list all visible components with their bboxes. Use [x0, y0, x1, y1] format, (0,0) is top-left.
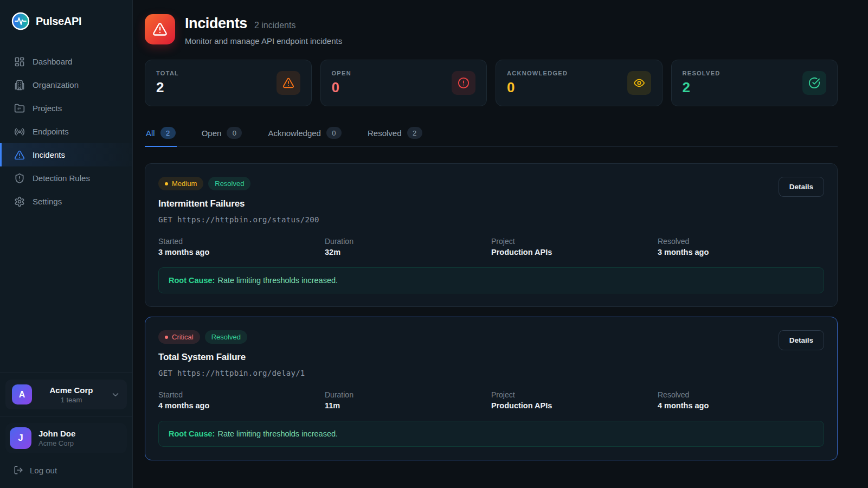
logout-label: Log out: [30, 466, 57, 475]
stat-value: 0: [507, 79, 568, 96]
tab-all[interactable]: All 2: [145, 126, 177, 147]
check-circle-icon: [808, 77, 820, 89]
badge-row: Medium Resolved: [158, 177, 824, 190]
sidebar-item-projects[interactable]: Projects: [0, 97, 132, 120]
meta-value: 32m: [325, 248, 491, 256]
severity-badge: Critical: [158, 330, 200, 344]
meta-duration: Duration 11m: [325, 390, 491, 410]
filter-tabs: All 2 Open 0 Acknowledged 0 Resolved 2: [145, 126, 838, 147]
incident-title: Intermittent Failures: [158, 198, 824, 209]
page-title: Incidents: [185, 15, 247, 32]
root-cause-box: Root Cause:Rate limiting thresholds incr…: [158, 421, 824, 447]
tab-count-badge: 2: [160, 127, 176, 139]
incident-endpoint: GET https://httpbin.org/status/200: [158, 215, 824, 224]
org-info: Acme Corp 1 team: [32, 386, 111, 404]
organization-icon: [14, 80, 25, 91]
tab-label: All: [146, 129, 155, 138]
sidebar-item-label: Detection Rules: [33, 174, 90, 183]
incident-card: Critical Resolved Details Total System F…: [145, 317, 838, 460]
incident-card: Medium Resolved Details Intermittent Fai…: [145, 163, 838, 307]
meta-duration: Duration 32m: [325, 237, 491, 256]
stat-text: ACKNOWLEDGED 0: [507, 70, 568, 96]
sidebar-item-label: Endpoints: [33, 127, 69, 136]
incident-meta: Started 3 months ago Duration 32m Projec…: [158, 237, 824, 256]
meta-value: Production APIs: [491, 248, 658, 256]
main-content: Incidents 2 incidents Monitor and manage…: [133, 0, 868, 488]
meta-resolved: Resolved 4 months ago: [658, 390, 824, 410]
meta-value: 3 months ago: [658, 248, 824, 256]
meta-value: 4 months ago: [658, 401, 824, 410]
stat-card-acknowledged: ACKNOWLEDGED 0: [496, 60, 663, 106]
endpoints-icon: [14, 126, 25, 137]
projects-icon: [14, 103, 25, 114]
severity-dot-icon: [165, 336, 168, 339]
app-title: PulseAPI: [36, 15, 81, 28]
meta-label: Started: [158, 237, 325, 246]
org-avatar: A: [12, 384, 32, 404]
stats-row: TOTAL 2 OPEN 0 ACKNOWLEDGED 0: [145, 60, 838, 106]
divider: [0, 416, 132, 416]
sidebar-item-detection-rules[interactable]: Detection Rules: [0, 166, 132, 190]
details-button[interactable]: Details: [779, 177, 824, 197]
meta-resolved: Resolved 3 months ago: [658, 237, 824, 256]
sidebar-item-label: Incidents: [33, 150, 65, 159]
incidents-header-icon: [145, 14, 175, 44]
page-header: Incidents 2 incidents Monitor and manage…: [145, 14, 838, 46]
sidebar-item-incidents[interactable]: Incidents: [0, 143, 132, 166]
root-cause-box: Root Cause:Rate limiting thresholds incr…: [158, 267, 824, 293]
user-profile[interactable]: J John Doe Acme Corp: [5, 423, 127, 453]
root-cause-label: Root Cause:: [169, 429, 215, 438]
sidebar-item-label: Dashboard: [33, 57, 72, 66]
sidebar-item-label: Settings: [33, 197, 62, 206]
sidebar-nav: Dashboard Organization Projects Endpoint…: [0, 50, 132, 213]
org-name: Acme Corp: [32, 386, 111, 395]
sidebar-item-organization[interactable]: Organization: [0, 73, 132, 97]
meta-value: 3 months ago: [158, 248, 325, 256]
incident-count: 2 incidents: [254, 21, 296, 30]
pulse-logo-icon: [11, 12, 30, 30]
logout-button[interactable]: Log out: [0, 460, 132, 488]
stat-label: TOTAL: [156, 70, 179, 76]
status-badge: Resolved: [208, 177, 250, 190]
alert-circle-icon: [458, 77, 470, 89]
stat-icon-box: [277, 71, 300, 95]
details-button[interactable]: Details: [779, 330, 824, 350]
sidebar-item-settings[interactable]: Settings: [0, 190, 132, 213]
tab-acknowledged[interactable]: Acknowledged 0: [267, 126, 343, 147]
dashboard-icon: [14, 56, 25, 67]
meta-label: Resolved: [658, 237, 824, 246]
severity-badge: Medium: [158, 177, 203, 190]
eye-icon: [633, 77, 645, 89]
tab-resolved[interactable]: Resolved 2: [367, 126, 423, 147]
tab-open[interactable]: Open 0: [201, 126, 243, 147]
meta-started: Started 4 months ago: [158, 390, 325, 410]
incident-title: Total System Failure: [158, 352, 824, 363]
severity-dot-icon: [165, 182, 168, 185]
incidents-icon: [14, 150, 25, 160]
stat-value: 2: [683, 79, 721, 96]
meta-label: Resolved: [658, 390, 824, 399]
stat-label: ACKNOWLEDGED: [507, 70, 568, 76]
stat-icon-box: [627, 71, 651, 95]
warning-triangle-icon: [152, 22, 168, 37]
tab-label: Open: [202, 129, 222, 138]
org-selector[interactable]: A Acme Corp 1 team: [5, 380, 127, 409]
meta-value: 11m: [325, 401, 491, 410]
stat-card-resolved: RESOLVED 2: [671, 60, 838, 106]
severity-label: Critical: [172, 333, 194, 341]
incident-meta: Started 4 months ago Duration 11m Projec…: [158, 390, 824, 410]
stat-value: 2: [156, 79, 179, 96]
stat-card-open: OPEN 0: [320, 60, 487, 106]
meta-label: Duration: [325, 237, 491, 246]
page-subtitle: Monitor and manage API endpoint incident…: [185, 36, 342, 46]
root-cause-text: Rate limiting thresholds increased.: [217, 429, 338, 438]
meta-label: Project: [491, 390, 658, 399]
tab-count-badge: 0: [326, 127, 342, 139]
sidebar-item-dashboard[interactable]: Dashboard: [0, 50, 132, 73]
sidebar-bottom: A Acme Corp 1 team J John Doe Acme Corp …: [0, 373, 132, 488]
sidebar: PulseAPI Dashboard Organization Projects…: [0, 0, 133, 488]
sidebar-item-endpoints[interactable]: Endpoints: [0, 120, 132, 143]
badge-row: Critical Resolved: [158, 330, 824, 344]
meta-project: Project Production APIs: [491, 237, 658, 256]
user-name: John Doe: [38, 429, 75, 438]
